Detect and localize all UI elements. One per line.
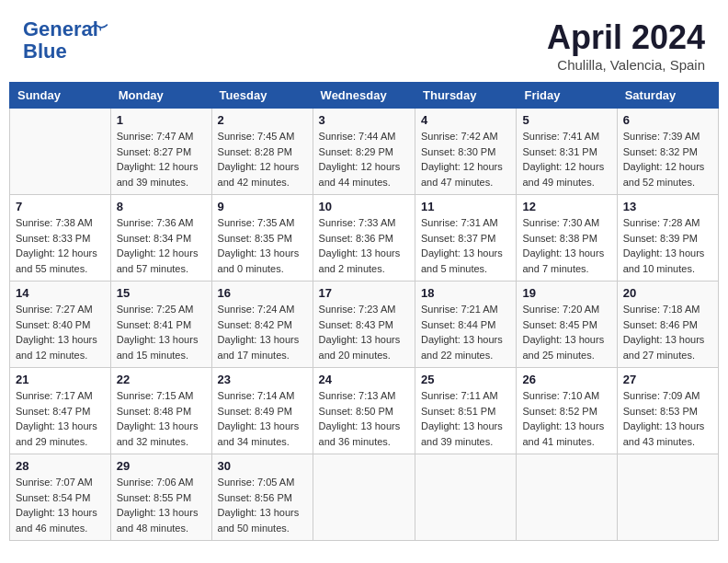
day-number: 4 [421,113,510,127]
calendar-cell: 14Sunrise: 7:27 AM Sunset: 8:40 PM Dayli… [10,282,111,368]
day-number: 29 [117,459,206,473]
day-number: 15 [117,286,206,300]
day-number: 6 [623,113,712,127]
calendar-cell: 24Sunrise: 7:13 AM Sunset: 8:50 PM Dayli… [313,368,415,454]
day-number: 13 [623,200,712,213]
calendar-cell: 9Sunrise: 7:35 AM Sunset: 8:35 PM Daylig… [211,195,313,282]
cell-content: Sunrise: 7:33 AM Sunset: 8:36 PM Dayligh… [319,215,409,276]
cell-content: Sunrise: 7:11 AM Sunset: 8:51 PM Dayligh… [421,388,510,449]
header-cell-saturday: Saturday [617,83,718,109]
calendar-cell: 6Sunrise: 7:39 AM Sunset: 8:32 PM Daylig… [617,109,718,195]
cell-content: Sunrise: 7:24 AM Sunset: 8:42 PM Dayligh… [218,302,307,362]
calendar-cell: 16Sunrise: 7:24 AM Sunset: 8:42 PM Dayli… [211,282,313,368]
calendar-cell: 21Sunrise: 7:17 AM Sunset: 8:47 PM Dayli… [10,368,111,454]
calendar-cell: 15Sunrise: 7:25 AM Sunset: 8:41 PM Dayli… [110,282,211,368]
day-number: 12 [522,200,610,213]
day-number: 27 [623,373,712,386]
calendar-cell: 25Sunrise: 7:11 AM Sunset: 8:51 PM Dayli… [415,368,517,454]
calendar-cell: 27Sunrise: 7:09 AM Sunset: 8:53 PM Dayli… [617,368,718,454]
day-number: 30 [218,459,307,473]
cell-content: Sunrise: 7:45 AM Sunset: 8:28 PM Dayligh… [218,129,307,190]
header-row: SundayMondayTuesdayWednesdayThursdayFrid… [10,83,719,109]
cell-content: Sunrise: 7:06 AM Sunset: 8:55 PM Dayligh… [117,475,206,535]
cell-content: Sunrise: 7:05 AM Sunset: 8:56 PM Dayligh… [218,475,307,535]
week-row-3: 14Sunrise: 7:27 AM Sunset: 8:40 PM Dayli… [10,282,719,368]
cell-content: Sunrise: 7:42 AM Sunset: 8:30 PM Dayligh… [421,129,510,190]
calendar-cell: 18Sunrise: 7:21 AM Sunset: 8:44 PM Dayli… [415,282,517,368]
day-number: 28 [16,459,105,473]
cell-content: Sunrise: 7:47 AM Sunset: 8:27 PM Dayligh… [117,129,206,190]
calendar-cell: 3Sunrise: 7:44 AM Sunset: 8:29 PM Daylig… [313,109,415,195]
day-number: 3 [319,113,409,127]
header-cell-monday: Monday [110,83,211,109]
calendar-cell [617,454,718,541]
day-number: 23 [218,373,307,386]
page-header: GeneralBlue April 2024 Chulilla, Valenci… [9,9,719,77]
day-number: 19 [522,286,610,300]
cell-content: Sunrise: 7:14 AM Sunset: 8:49 PM Dayligh… [218,388,307,449]
calendar-cell [517,454,617,541]
cell-content: Sunrise: 7:13 AM Sunset: 8:50 PM Dayligh… [319,388,409,449]
cell-content: Sunrise: 7:31 AM Sunset: 8:37 PM Dayligh… [421,215,510,276]
week-row-4: 21Sunrise: 7:17 AM Sunset: 8:47 PM Dayli… [10,368,719,454]
calendar-cell: 29Sunrise: 7:06 AM Sunset: 8:55 PM Dayli… [110,454,211,541]
calendar-cell: 19Sunrise: 7:20 AM Sunset: 8:45 PM Dayli… [517,282,617,368]
header-cell-wednesday: Wednesday [313,83,415,109]
calendar-cell [415,454,517,541]
header-cell-friday: Friday [517,83,617,109]
week-row-1: 1Sunrise: 7:47 AM Sunset: 8:27 PM Daylig… [10,109,719,195]
calendar-cell: 10Sunrise: 7:33 AM Sunset: 8:36 PM Dayli… [313,195,415,282]
logo: GeneralBlue [23,18,108,63]
calendar-cell: 12Sunrise: 7:30 AM Sunset: 8:38 PM Dayli… [517,195,617,282]
cell-content: Sunrise: 7:28 AM Sunset: 8:39 PM Dayligh… [623,215,712,276]
day-number: 25 [421,373,510,386]
calendar-cell [313,454,415,541]
cell-content: Sunrise: 7:30 AM Sunset: 8:38 PM Dayligh… [522,215,610,276]
cell-content: Sunrise: 7:21 AM Sunset: 8:44 PM Dayligh… [421,302,510,362]
month-title: April 2024 [547,18,705,57]
cell-content: Sunrise: 7:36 AM Sunset: 8:34 PM Dayligh… [117,215,206,276]
calendar-cell: 4Sunrise: 7:42 AM Sunset: 8:30 PM Daylig… [415,109,517,195]
calendar-cell: 26Sunrise: 7:10 AM Sunset: 8:52 PM Dayli… [517,368,617,454]
cell-content: Sunrise: 7:44 AM Sunset: 8:29 PM Dayligh… [319,129,409,190]
calendar-cell: 22Sunrise: 7:15 AM Sunset: 8:48 PM Dayli… [110,368,211,454]
calendar-cell: 11Sunrise: 7:31 AM Sunset: 8:37 PM Dayli… [415,195,517,282]
cell-content: Sunrise: 7:38 AM Sunset: 8:33 PM Dayligh… [16,215,105,276]
day-number: 1 [117,113,206,127]
day-number: 18 [421,286,510,300]
day-number: 26 [522,373,610,386]
day-number: 2 [218,113,307,127]
calendar-cell: 20Sunrise: 7:18 AM Sunset: 8:46 PM Dayli… [617,282,718,368]
location: Chulilla, Valencia, Spain [547,57,705,73]
header-cell-sunday: Sunday [10,83,111,109]
day-number: 9 [218,200,307,213]
logo-bird-icon [89,23,108,36]
week-row-5: 28Sunrise: 7:07 AM Sunset: 8:54 PM Dayli… [10,454,719,541]
header-cell-thursday: Thursday [415,83,517,109]
cell-content: Sunrise: 7:35 AM Sunset: 8:35 PM Dayligh… [218,215,307,276]
cell-content: Sunrise: 7:07 AM Sunset: 8:54 PM Dayligh… [16,475,105,535]
day-number: 21 [16,373,105,386]
calendar-cell: 5Sunrise: 7:41 AM Sunset: 8:31 PM Daylig… [517,109,617,195]
calendar-cell: 17Sunrise: 7:23 AM Sunset: 8:43 PM Dayli… [313,282,415,368]
calendar-cell: 7Sunrise: 7:38 AM Sunset: 8:33 PM Daylig… [10,195,111,282]
cell-content: Sunrise: 7:20 AM Sunset: 8:45 PM Dayligh… [522,302,610,362]
day-number: 24 [319,373,409,386]
calendar-cell: 30Sunrise: 7:05 AM Sunset: 8:56 PM Dayli… [211,454,313,541]
day-number: 11 [421,200,510,213]
cell-content: Sunrise: 7:27 AM Sunset: 8:40 PM Dayligh… [16,302,105,362]
calendar-cell: 2Sunrise: 7:45 AM Sunset: 8:28 PM Daylig… [211,109,313,195]
day-number: 5 [522,113,610,127]
header-cell-tuesday: Tuesday [211,83,313,109]
cell-content: Sunrise: 7:23 AM Sunset: 8:43 PM Dayligh… [319,302,409,362]
calendar-cell: 8Sunrise: 7:36 AM Sunset: 8:34 PM Daylig… [110,195,211,282]
calendar-cell: 1Sunrise: 7:47 AM Sunset: 8:27 PM Daylig… [110,109,211,195]
calendar-cell [10,109,111,195]
logo-text: GeneralBlue [23,18,98,63]
cell-content: Sunrise: 7:39 AM Sunset: 8:32 PM Dayligh… [623,129,712,190]
day-number: 14 [16,286,105,300]
calendar-table: SundayMondayTuesdayWednesdayThursdayFrid… [9,82,719,541]
calendar-cell: 23Sunrise: 7:14 AM Sunset: 8:49 PM Dayli… [211,368,313,454]
cell-content: Sunrise: 7:41 AM Sunset: 8:31 PM Dayligh… [522,129,610,190]
calendar-cell: 13Sunrise: 7:28 AM Sunset: 8:39 PM Dayli… [617,195,718,282]
